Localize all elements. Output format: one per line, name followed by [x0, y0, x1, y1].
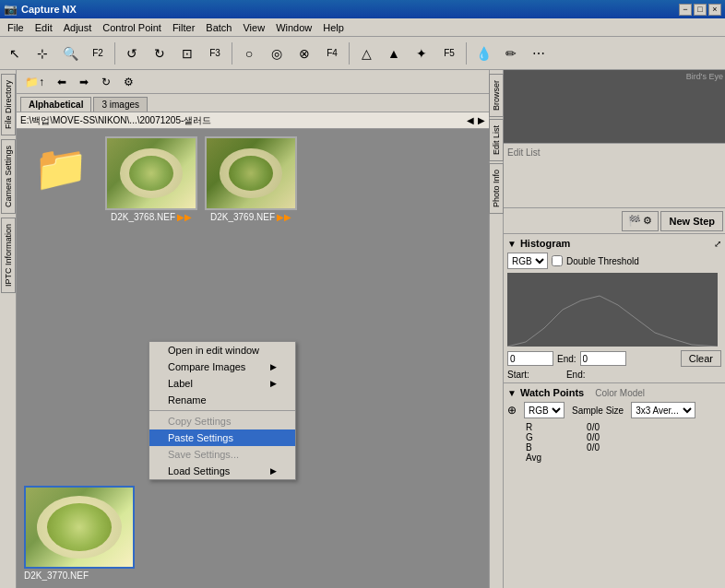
minimize-button[interactable]: − — [679, 4, 692, 16]
tab-alphabetical[interactable]: Alphabetical — [20, 97, 91, 112]
folder-up-btn[interactable]: 📁↑ — [20, 72, 49, 92]
clear-button[interactable]: Clear — [681, 350, 721, 367]
menu-adjust[interactable]: Adjust — [58, 20, 98, 35]
tool-zoom[interactable]: 🔍 — [57, 41, 83, 66]
edit-list-side-tab[interactable]: Edit List — [489, 119, 504, 161]
histogram-toggle[interactable]: ▼ — [507, 239, 517, 249]
tool-select[interactable]: ↖ — [2, 41, 28, 66]
watch-row3-value: 0/0 — [544, 442, 600, 453]
tool-arrow2[interactable]: ▲ — [381, 41, 407, 66]
menu-help[interactable]: Help — [317, 20, 350, 35]
sample-size-select[interactable]: 3x3 Aver... — [631, 402, 695, 418]
ctx-rename[interactable]: Rename — [149, 392, 295, 408]
edit-list-panel: Edit List — [504, 144, 725, 208]
new-step-dropdown[interactable]: 🏁 ⚙ — [622, 211, 659, 231]
watch-row3-label: B — [526, 442, 544, 453]
color-model-select[interactable]: RGB — [524, 402, 565, 418]
close-button[interactable]: × — [708, 4, 721, 16]
iptc-tab[interactable]: IPTC Information — [1, 218, 16, 293]
start-label: Start: — [507, 370, 529, 380]
title-bar: 📷 Capture NX − □ × — [0, 0, 725, 18]
tab-images-count[interactable]: 3 images — [93, 97, 148, 112]
window-controls: − □ × — [679, 4, 721, 16]
histogram-header: ▼ Histogram ⤢ — [507, 236, 721, 251]
menu-view[interactable]: View — [237, 20, 270, 35]
menu-window[interactable]: Window — [270, 20, 317, 35]
watch-title: Watch Points — [520, 387, 584, 398]
folder-up-icon[interactable]: 📁 — [24, 136, 98, 210]
menu-file[interactable]: File — [2, 20, 30, 35]
bottom-image-label: D2K_3770.NEF — [24, 570, 89, 581]
tool-f2[interactable]: F2 — [85, 41, 111, 66]
tool-more[interactable]: ⋯ — [526, 41, 552, 66]
image-cell-2[interactable]: D2K_3769.NEF ▶▶ — [205, 136, 297, 222]
refresh-btn[interactable]: ↻ — [97, 72, 115, 92]
image-thumb-2[interactable] — [205, 136, 297, 210]
tool-lasso[interactable]: ⊹ — [30, 41, 55, 66]
histogram-title: Histogram — [520, 238, 570, 249]
tool-brush[interactable]: ○ — [236, 41, 262, 66]
birds-eye-label: Bird's Eye — [686, 72, 723, 81]
menu-filter[interactable]: Filter — [167, 20, 200, 35]
tool-crop[interactable]: ⊡ — [174, 41, 200, 66]
nav-back[interactable]: ◀ — [467, 115, 474, 125]
watch-toggle[interactable]: ▼ — [507, 388, 517, 398]
tool-redo[interactable]: ↻ — [147, 41, 172, 66]
tool-f5[interactable]: F5 — [436, 41, 462, 66]
bottom-image-container: D2K_3770.NEF — [24, 486, 135, 581]
context-menu: Open in edit window Compare Images ▶ Lab… — [149, 341, 296, 480]
ctx-open-edit[interactable]: Open in edit window — [149, 342, 295, 359]
tool-eraser[interactable]: ◎ — [264, 41, 290, 66]
nav-next-btn[interactable]: ➡ — [75, 72, 93, 92]
sample-size-label: Sample Size — [572, 406, 624, 416]
tool-arrow1[interactable]: △ — [353, 41, 379, 66]
image-cell-1[interactable]: D2K_3768.NEF ▶▶ — [105, 136, 197, 222]
watch-points-header: ▼ Watch Points Color Model — [507, 385, 721, 400]
channel-select[interactable]: RGB — [507, 253, 548, 269]
tool-gradient[interactable]: ⊗ — [291, 41, 317, 66]
tool-dropper[interactable]: 💧 — [470, 41, 496, 66]
browser-tab-bar: Alphabetical 3 images — [17, 94, 489, 112]
ctx-compare[interactable]: Compare Images ▶ — [149, 359, 295, 375]
color-model-label: Color Model — [595, 388, 645, 398]
watch-row2-label: G — [526, 432, 544, 442]
histogram-inputs: End: Clear — [507, 348, 721, 369]
browser-side-tab[interactable]: Browser — [489, 74, 504, 117]
menu-batch[interactable]: Batch — [200, 20, 237, 35]
edit-list-label: Edit List — [507, 147, 541, 158]
tool-f4[interactable]: F4 — [319, 41, 345, 66]
tool-f3[interactable]: F3 — [202, 41, 228, 66]
histogram-expand[interactable]: ⤢ — [714, 239, 721, 249]
bottom-thumb[interactable] — [24, 486, 135, 569]
maximize-button[interactable]: □ — [694, 4, 707, 16]
ctx-load-settings[interactable]: Load Settings ▶ — [149, 463, 295, 479]
ctx-paste-settings[interactable]: Paste Settings — [149, 429, 295, 446]
tool-pen[interactable]: ✏ — [498, 41, 524, 66]
tool-star[interactable]: ✦ — [409, 41, 434, 66]
new-step-button[interactable]: New Step — [660, 211, 723, 231]
ctx-save-settings: Save Settings... — [149, 446, 295, 463]
photo-info-side-tab[interactable]: Photo Info — [489, 163, 504, 214]
watch-row2-icon — [507, 432, 526, 442]
image-grid: 📁 D2K_3768.NEF ▶▶ — [17, 129, 489, 588]
flag-icon: 🏁 — [628, 215, 641, 227]
tool-undo[interactable]: ↺ — [119, 41, 145, 66]
menu-edit[interactable]: Edit — [30, 20, 58, 35]
arrow-1: ▶▶ — [177, 212, 192, 222]
file-directory-tab[interactable]: File Directory — [1, 74, 16, 135]
menu-controlpoint[interactable]: Control Point — [97, 20, 167, 35]
double-threshold-check[interactable] — [552, 255, 563, 266]
histogram-start-input[interactable] — [507, 351, 553, 366]
watch-row2-value: 0/0 — [544, 432, 600, 442]
ctx-copy-settings: Copy Settings — [149, 413, 295, 429]
nav-prev-btn[interactable]: ⬅ — [53, 72, 71, 92]
image-thumb-1[interactable] — [105, 136, 197, 210]
photo-info-toolbar: 🏁 ⚙ New Step — [504, 208, 725, 234]
ctx-label[interactable]: Label ▶ — [149, 375, 295, 392]
arrow-2: ▶▶ — [277, 212, 291, 222]
nav-forward[interactable]: ▶ — [478, 115, 485, 125]
settings-btn[interactable]: ⚙ — [119, 72, 138, 92]
watch-row4-label: Avg — [526, 453, 544, 463]
histogram-end-input[interactable] — [580, 351, 626, 366]
camera-settings-tab[interactable]: Camera Settings — [1, 139, 16, 214]
